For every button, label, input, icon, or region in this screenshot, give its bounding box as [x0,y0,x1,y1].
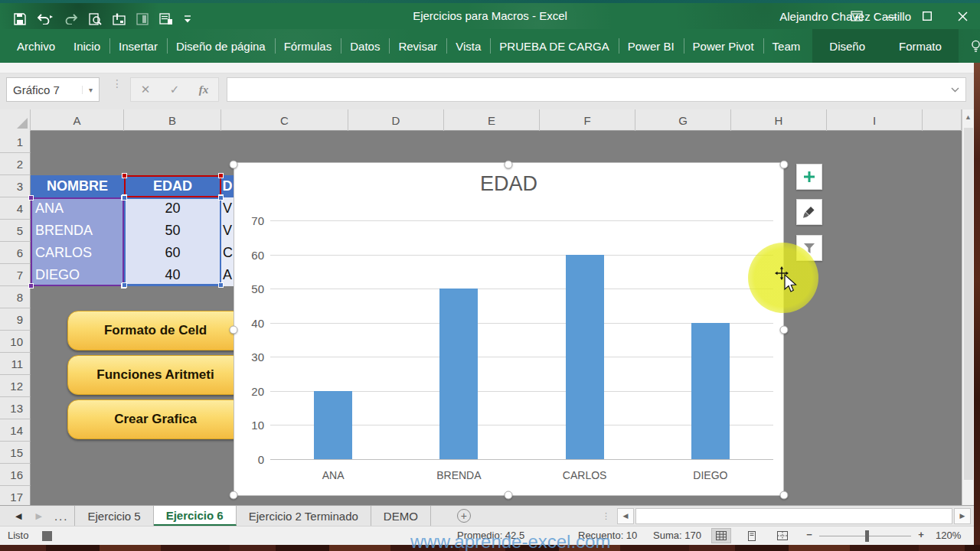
ribbon-tab-inicio[interactable]: Inicio [64,29,109,63]
row-header-2[interactable]: 2 [0,153,31,175]
ribbon-tab-diseño[interactable]: Diseño [812,29,882,63]
column-header-G[interactable]: G [635,109,731,131]
macro-record-button[interactable] [42,531,52,541]
macro-button-2[interactable]: Funciones Aritmeti [67,355,243,395]
chart-resize-handle[interactable] [230,491,238,500]
row-header-14[interactable]: 14 [0,419,31,442]
range-handle[interactable] [122,282,127,288]
zoom-in-button[interactable]: + [916,529,926,540]
formula-enter-icon[interactable]: ✓ [160,83,189,96]
chart-resize-handle[interactable] [780,326,789,334]
sheet-nav-left-icon[interactable]: ◀ [15,511,21,521]
touch-mode-icon[interactable] [113,13,126,25]
maximize-button[interactable] [910,3,945,29]
vertical-scroll-thumb[interactable] [964,128,973,480]
zoom-level[interactable]: 120% [936,530,961,541]
column-header-I[interactable]: I [827,109,923,131]
range-handle[interactable] [218,195,224,201]
vertical-scrollbar[interactable]: ▲ [962,109,974,505]
values-range[interactable] [124,197,221,286]
macro-window-2-icon[interactable] [159,13,173,25]
sheet-tab-ejercicio-2-terminado[interactable]: Ejercicio 2 Terminado [237,506,371,526]
sheet-tab-overflow[interactable]: ... [53,506,75,526]
minimize-button[interactable] [874,3,910,29]
chart-resize-handle[interactable] [505,491,513,500]
normal-view-button[interactable] [711,528,731,543]
chart-bar-ana[interactable] [314,391,352,459]
new-sheet-button[interactable]: + [457,506,471,526]
row-header-16[interactable]: 16 [0,464,31,486]
tell-me-button[interactable]: Indicar [959,29,980,63]
status-sum[interactable]: Suma: 170 [653,530,701,541]
range-handle[interactable] [122,173,127,178]
chart[interactable]: EDAD 010203040506070ANABRENDACARLOSDIEGO [234,162,784,496]
table-cell-extra[interactable]: V [221,197,234,220]
column-header-B[interactable]: B [124,109,221,131]
sheet-tab-ejercicio-6[interactable]: Ejercicio 6 [154,506,237,526]
name-box-dropdown-icon[interactable]: ▾ [82,86,99,94]
sheet-tab-demo[interactable]: DEMO [371,506,431,526]
horizontal-scrollbar[interactable] [635,508,952,524]
table-cell-extra[interactable]: C [221,242,234,264]
ribbon-tab-team[interactable]: Team [763,29,810,63]
range-handle[interactable] [28,283,34,289]
chart-title[interactable]: EDAD [234,172,783,196]
ribbon-tab-vista[interactable]: Vista [446,29,490,63]
column-header-A[interactable]: A [31,109,124,131]
table-header-cell[interactable]: NOMBRE [31,175,124,197]
table-cell-extra[interactable]: V [221,220,234,242]
chart-resize-handle[interactable] [780,491,789,500]
row-header-12[interactable]: 12 [0,375,31,397]
column-header-D[interactable]: D [348,109,444,131]
sheet-tab-ejercicio-5[interactable]: Ejercicio 5 [74,506,153,526]
chart-resize-handle[interactable] [230,326,238,334]
undo-icon[interactable] [37,14,54,24]
customize-qat-icon[interactable] [184,15,191,24]
select-all-corner[interactable] [0,109,31,131]
zoom-slider-thumb[interactable] [865,530,869,542]
macro-button-1[interactable]: Formato de Celd [67,311,243,350]
formula-bar-grip[interactable]: ⋮ [112,81,116,98]
row-header-11[interactable]: 11 [0,353,31,375]
ribbon-tab-dise-o-de-p-gina[interactable]: Diseño de página [167,29,275,63]
row-header-13[interactable]: 13 [0,397,31,419]
ribbon-tab-archivo[interactable]: Archivo [8,29,64,63]
row-header-10[interactable]: 10 [0,331,31,353]
macro-button-3[interactable]: Crear Grafica [67,399,243,439]
row-header-6[interactable]: 6 [0,242,31,264]
row-header-17[interactable]: 17 [0,486,31,505]
name-box[interactable]: Gráfico 7 ▾ [6,77,100,102]
range-handle[interactable] [122,195,127,201]
row-header-15[interactable]: 15 [0,442,31,464]
zoom-out-button[interactable]: − [804,529,815,540]
chart-resize-handle[interactable] [505,161,513,169]
row-header-9[interactable]: 9 [0,308,31,331]
series-name-range[interactable] [124,175,221,197]
range-handle[interactable] [218,282,224,288]
row-header-3[interactable]: 3 [0,175,31,197]
scroll-up-icon[interactable]: ▲ [962,109,974,125]
scroll-left-icon[interactable]: ◀ [617,508,634,524]
column-header-F[interactable]: F [540,109,635,131]
row-header-8[interactable]: 8 [0,286,31,308]
formula-input[interactable] [227,77,966,102]
insert-function-icon[interactable]: fx [189,83,218,96]
category-range[interactable] [31,197,124,286]
redo-icon[interactable] [64,14,78,24]
ribbon-display-options-button[interactable] [839,3,874,29]
sheet-nav-right-icon[interactable]: ▶ [35,511,41,521]
ribbon-tab-revisar[interactable]: Revisar [389,29,446,63]
ribbon-tab-formato[interactable]: Formato [882,29,959,63]
column-header-H[interactable]: H [731,109,827,131]
ribbon-tab-prueba-de-carga[interactable]: PRUEBA DE CARGA [490,29,618,63]
tab-split-grip[interactable]: ⋮ [602,511,611,521]
ribbon-tab-datos[interactable]: Datos [341,29,389,63]
save-icon[interactable] [14,13,26,25]
ribbon-tab-f-rmulas[interactable]: Fórmulas [275,29,341,63]
range-handle[interactable] [218,173,224,178]
chart-bar-brenda[interactable] [439,289,478,459]
ribbon-tab-power-pivot[interactable]: Power Pivot [684,29,763,63]
formula-cancel-icon[interactable]: ✕ [131,83,160,96]
row-header-5[interactable]: 5 [0,220,31,242]
chart-bar-diego[interactable] [691,323,730,459]
